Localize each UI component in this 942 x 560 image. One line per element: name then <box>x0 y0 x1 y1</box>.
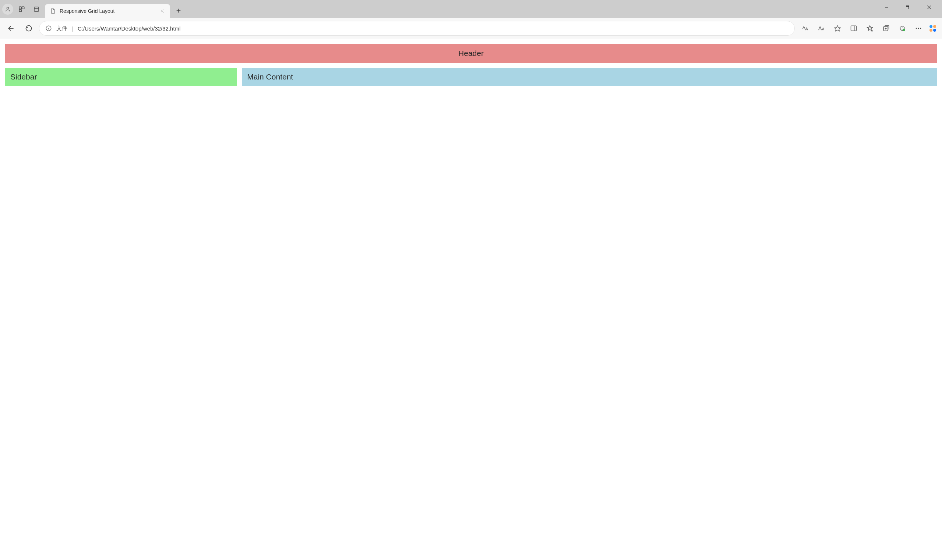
tab-strip: Responsive Grid Layout <box>0 0 942 18</box>
copilot-button[interactable] <box>927 23 938 34</box>
split-screen-button[interactable] <box>846 21 861 36</box>
url-divider: | <box>72 25 73 32</box>
browser-tab-active[interactable]: Responsive Grid Layout <box>45 4 170 18</box>
close-icon <box>927 5 932 10</box>
main-content-text: Main Content <box>247 72 293 81</box>
translate-button[interactable] <box>798 21 812 36</box>
svg-point-33 <box>918 28 919 29</box>
site-info-button[interactable] <box>45 25 52 32</box>
page-viewport: Header Sidebar Main Content <box>0 38 942 91</box>
svg-rect-1 <box>19 7 22 9</box>
tab-close-button[interactable] <box>159 8 166 14</box>
workspaces-button[interactable] <box>15 3 28 15</box>
svg-rect-3 <box>19 9 22 11</box>
back-button[interactable] <box>4 21 19 36</box>
extensions-button[interactable] <box>895 21 910 36</box>
window-close-button[interactable] <box>919 0 940 15</box>
maximize-icon <box>905 5 910 9</box>
more-button[interactable] <box>911 21 926 36</box>
refresh-icon <box>25 25 32 32</box>
star-icon <box>834 25 841 32</box>
window-maximize-button[interactable] <box>897 0 919 15</box>
star-list-icon <box>866 25 874 32</box>
svg-point-0 <box>7 7 8 9</box>
plus-icon <box>176 8 182 14</box>
address-bar: 文件 | C:/Users/Wamtar/Desktop/web/32/32.h… <box>0 18 942 38</box>
more-horizontal-icon <box>915 25 922 32</box>
favorites-list-button[interactable] <box>862 21 877 36</box>
main-content-block: Main Content <box>242 68 937 86</box>
url-scheme-label: 文件 <box>56 25 67 32</box>
svg-rect-2 <box>22 7 24 9</box>
header-block: Header <box>5 44 937 63</box>
profile-button[interactable] <box>2 4 13 15</box>
tab-square-icon <box>33 6 40 12</box>
collections-icon <box>882 25 890 32</box>
sidebar-block: Sidebar <box>5 68 237 86</box>
window-minimize-button[interactable] <box>876 0 897 15</box>
person-icon <box>5 6 11 12</box>
collections-button[interactable] <box>879 21 893 36</box>
refresh-button[interactable] <box>22 21 36 36</box>
svg-marker-25 <box>867 26 873 31</box>
svg-rect-23 <box>851 26 857 31</box>
arrow-left-icon <box>7 25 15 32</box>
sidebar-text: Sidebar <box>10 72 37 81</box>
heart-shield-icon <box>899 25 906 32</box>
info-icon <box>45 25 52 32</box>
page-icon <box>50 8 56 14</box>
layout-grid: Header Sidebar Main Content <box>5 44 937 86</box>
sidebar-icon <box>850 25 857 32</box>
text-size-icon <box>817 25 825 32</box>
url-field[interactable]: 文件 | C:/Users/Wamtar/Desktop/web/32/32.h… <box>39 21 795 36</box>
svg-rect-4 <box>34 7 39 11</box>
copilot-icon <box>928 24 937 33</box>
svg-point-32 <box>916 28 917 29</box>
new-tab-button[interactable] <box>172 5 185 17</box>
svg-point-34 <box>920 28 921 29</box>
read-aloud-button[interactable] <box>814 21 829 36</box>
tab-title: Responsive Grid Layout <box>60 8 155 14</box>
translate-icon <box>802 25 809 32</box>
svg-point-31 <box>903 29 905 31</box>
toolbar-right <box>798 21 938 36</box>
favorite-button[interactable] <box>830 21 845 36</box>
minimize-icon <box>884 5 889 9</box>
browser-chrome: Responsive Grid Layout <box>0 0 942 38</box>
url-text: C:/Users/Wamtar/Desktop/web/32/32.html <box>78 25 181 32</box>
window-controls <box>876 0 940 15</box>
close-icon <box>160 9 165 13</box>
tab-actions-button[interactable] <box>30 3 43 15</box>
workspaces-icon <box>19 6 25 12</box>
header-text: Header <box>458 49 484 57</box>
svg-rect-12 <box>906 7 909 9</box>
svg-marker-22 <box>834 26 841 31</box>
